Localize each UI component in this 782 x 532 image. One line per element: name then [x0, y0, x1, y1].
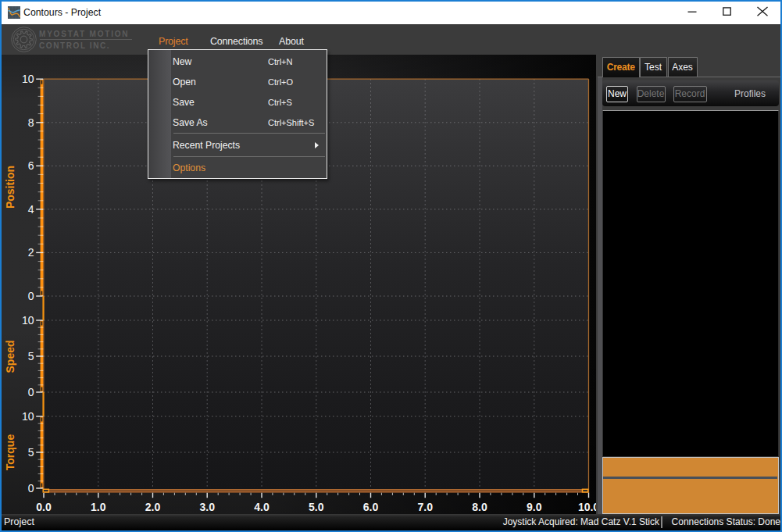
svg-text:1.0: 1.0	[91, 501, 106, 513]
svg-text:4.0: 4.0	[254, 501, 270, 513]
svg-text:6.0: 6.0	[363, 501, 379, 513]
svg-text:10.0: 10.0	[578, 501, 596, 513]
svg-text:5: 5	[28, 350, 34, 362]
svg-text:4: 4	[28, 203, 34, 216]
svg-text:8.0: 8.0	[472, 501, 487, 513]
svg-text:10: 10	[22, 73, 34, 85]
svg-text:Speed: Speed	[4, 340, 16, 373]
svg-text:2.0: 2.0	[145, 501, 161, 513]
svg-text:0.0: 0.0	[36, 501, 52, 513]
svg-text:7.0: 7.0	[417, 501, 433, 513]
svg-text:Torque: Torque	[4, 434, 16, 471]
svg-text:2: 2	[28, 246, 34, 259]
svg-text:10: 10	[22, 314, 34, 327]
svg-text:5.0: 5.0	[309, 501, 324, 513]
svg-text:0: 0	[28, 482, 34, 495]
svg-text:8: 8	[28, 116, 34, 129]
svg-text:9.0: 9.0	[527, 501, 542, 513]
svg-text:3.0: 3.0	[199, 501, 215, 513]
svg-text:Position: Position	[4, 166, 16, 209]
svg-text:5: 5	[28, 446, 34, 459]
svg-text:0: 0	[28, 386, 34, 398]
svg-text:10: 10	[22, 410, 34, 423]
svg-text:6: 6	[28, 159, 34, 172]
svg-text:0: 0	[28, 290, 34, 302]
